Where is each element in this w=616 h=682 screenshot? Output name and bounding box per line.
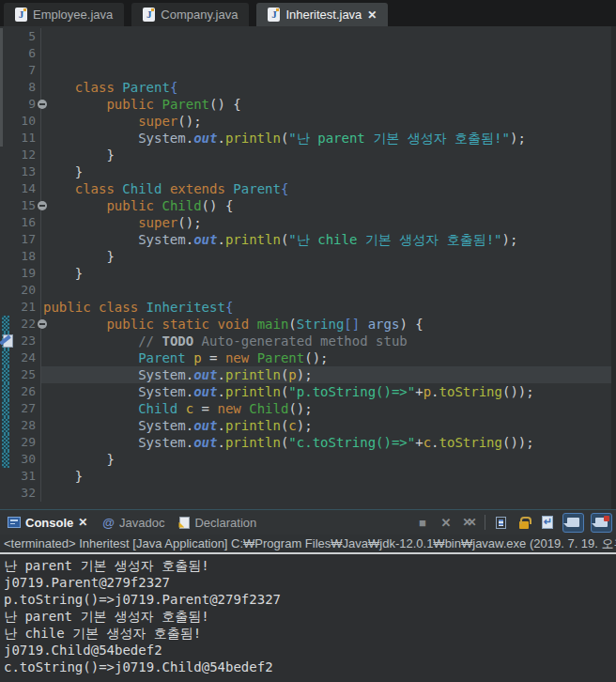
gutter[interactable]: 15 — [0, 197, 41, 214]
code-line[interactable]: 21public class Inheritest{ — [0, 299, 616, 316]
word-wrap-button[interactable] — [539, 513, 556, 532]
code-line[interactable]: 16 super(); — [0, 214, 616, 231]
code-text[interactable]: } — [41, 468, 616, 485]
code-text[interactable]: // TODO Auto-generated method stub — [41, 333, 616, 349]
code-text[interactable] — [41, 45, 616, 62]
code-text[interactable] — [41, 282, 616, 299]
terminate-button[interactable] — [414, 513, 431, 532]
gutter[interactable]: 11 — [0, 130, 41, 147]
code-text[interactable]: } — [41, 163, 616, 180]
gutter[interactable]: 26 — [0, 383, 41, 400]
code-text[interactable]: } — [41, 265, 616, 282]
code-line[interactable]: 11 System.out.println("난 parent 기본 생성자 호… — [0, 130, 616, 147]
gutter[interactable]: 8 — [0, 79, 41, 96]
gutter[interactable]: 16 — [0, 214, 41, 231]
tab-console[interactable]: Console — [8, 516, 87, 530]
code-editor[interactable]: 5678 class Parent{9 public Parent() {10 … — [0, 26, 616, 509]
code-line[interactable]: 6 — [0, 45, 616, 62]
gutter[interactable]: 6 — [0, 45, 41, 62]
gutter[interactable]: 19 — [0, 265, 41, 282]
code-text[interactable] — [41, 62, 616, 79]
code-line[interactable]: 20 — [0, 282, 616, 299]
code-line[interactable]: 23 // TODO Auto-generated method stub — [0, 333, 616, 349]
gutter[interactable]: 21 — [0, 299, 41, 316]
show-console-stdout-toggle[interactable] — [562, 513, 584, 533]
code-text[interactable]: } — [41, 248, 616, 265]
close-icon[interactable] — [367, 9, 377, 21]
clear-console-button[interactable] — [492, 513, 509, 532]
code-line[interactable]: 5 — [0, 28, 616, 45]
code-line[interactable]: 30 } — [0, 451, 616, 468]
code-line[interactable]: 7 — [0, 62, 616, 79]
gutter[interactable]: 27 — [0, 400, 41, 417]
code-text[interactable]: } — [41, 147, 616, 163]
gutter[interactable]: 29 — [0, 434, 41, 451]
code-text[interactable]: Parent p = new Parent(); — [41, 349, 616, 366]
code-line[interactable]: 8 class Parent{ — [0, 79, 616, 96]
close-icon[interactable] — [78, 517, 87, 528]
code-line[interactable]: 18 } — [0, 248, 616, 265]
code-text[interactable]: System.out.println("난 parent 기본 생성자 호출됨!… — [41, 130, 616, 147]
code-text[interactable]: public class Inheritest{ — [41, 299, 616, 316]
code-line[interactable]: 17 System.out.println("난 chile 기본 생성자 호출… — [0, 231, 616, 248]
gutter[interactable]: 17 — [0, 231, 41, 248]
gutter[interactable]: 14 — [0, 180, 41, 197]
code-line[interactable]: 24 Parent p = new Parent(); — [0, 349, 616, 366]
code-text[interactable] — [41, 28, 616, 45]
code-text[interactable]: System.out.println("난 chile 기본 생성자 호출됨!"… — [41, 231, 616, 248]
gutter[interactable]: 22 — [0, 316, 41, 333]
gutter[interactable]: 24 — [0, 349, 41, 366]
code-text[interactable]: Child c = new Child(); — [41, 400, 616, 417]
gutter[interactable]: 32 — [0, 485, 41, 502]
gutter[interactable]: 31 — [0, 468, 41, 485]
scroll-lock-button[interactable] — [516, 513, 532, 532]
gutter[interactable]: 30 — [0, 451, 41, 468]
fold-marker-icon[interactable] — [38, 319, 47, 329]
code-line[interactable]: 13 } — [0, 163, 616, 180]
code-line[interactable]: 22 public static void main(String[] args… — [0, 316, 616, 333]
code-line[interactable]: 29 System.out.println("c.toString()=>"+c… — [0, 434, 616, 451]
code-line[interactable]: 31 } — [0, 468, 616, 485]
gutter[interactable]: 18 — [0, 248, 41, 265]
code-text[interactable]: public Parent() { — [41, 96, 616, 113]
remove-launch-button[interactable] — [438, 513, 454, 532]
code-line[interactable]: 28 System.out.println(c); — [0, 417, 616, 434]
code-line[interactable]: 12 } — [0, 147, 616, 163]
code-line[interactable]: 10 super(); — [0, 113, 616, 130]
code-line[interactable]: 19 } — [0, 265, 616, 282]
code-text[interactable]: class Parent{ — [41, 79, 616, 96]
gutter[interactable]: 23 — [0, 333, 41, 349]
gutter[interactable]: 9 — [0, 96, 41, 113]
code-text[interactable]: super(); — [41, 113, 616, 130]
code-text[interactable]: public static void main(String[] args) { — [41, 316, 616, 333]
code-text[interactable]: System.out.println(p); — [41, 366, 616, 383]
code-text[interactable] — [41, 485, 616, 502]
code-line[interactable]: 14 class Child extends Parent{ — [0, 180, 616, 197]
code-line[interactable]: 15 public Child() { — [0, 197, 616, 214]
gutter[interactable]: 7 — [0, 62, 41, 79]
code-text[interactable]: System.out.println("c.toString()=>"+c.to… — [41, 434, 616, 451]
code-text[interactable]: super(); — [41, 214, 616, 231]
console-output[interactable]: 난 parent 기본 생성자 호출됨!j0719.Parent@279f232… — [0, 554, 616, 682]
gutter[interactable]: 13 — [0, 163, 41, 180]
gutter[interactable]: 12 — [0, 147, 41, 163]
todo-task-icon[interactable] — [0, 334, 13, 348]
code-text[interactable]: System.out.println(c); — [41, 417, 616, 434]
gutter[interactable]: 28 — [0, 417, 41, 434]
gutter[interactable]: 10 — [0, 113, 41, 130]
gutter[interactable]: 25 — [0, 366, 41, 383]
tab-javadoc[interactable]: Javadoc — [102, 516, 164, 530]
gutter[interactable]: 5 — [0, 28, 41, 45]
code-line[interactable]: 27 Child c = new Child(); — [0, 400, 616, 417]
tab-inheritest-java[interactable]: Inheritest.java — [256, 3, 388, 26]
tab-company-java[interactable]: Company.java — [131, 3, 249, 26]
code-line[interactable]: 25 System.out.println(p); — [0, 366, 616, 383]
code-line[interactable]: 32 — [0, 485, 616, 502]
code-line[interactable]: 26 System.out.println("p.toString()=>"+p… — [0, 383, 616, 400]
code-text[interactable]: public Child() { — [41, 197, 616, 214]
code-text[interactable]: } — [41, 451, 616, 468]
code-line[interactable]: 9 public Parent() { — [0, 96, 616, 113]
fold-marker-icon[interactable] — [38, 201, 47, 210]
fold-marker-icon[interactable] — [38, 100, 47, 109]
tab-employee-java[interactable]: Employee.java — [4, 3, 124, 26]
